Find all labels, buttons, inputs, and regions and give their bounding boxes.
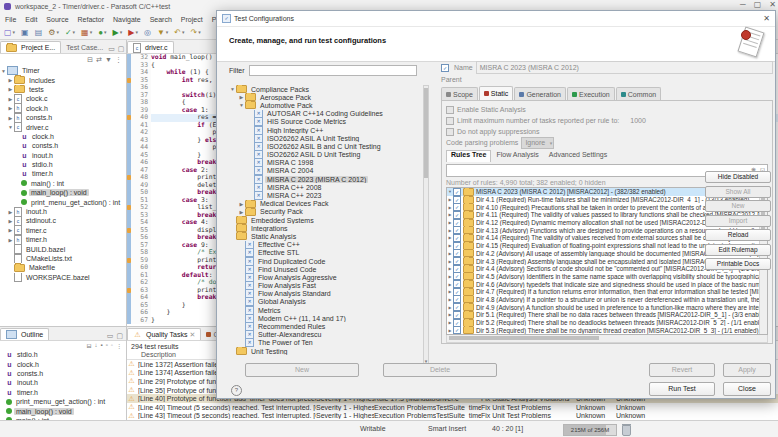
import-button[interactable]: Import	[705, 215, 771, 227]
debug-icon[interactable]: ●▾	[98, 28, 106, 37]
project-tree-item[interactable]: main_loop() : void	[0, 188, 126, 197]
filter-icon[interactable]: ▼	[105, 56, 112, 64]
new-icon[interactable]: ▢▾	[4, 28, 15, 37]
project-tree-item[interactable]: uconsts.h	[0, 141, 126, 150]
project-tree-item[interactable]: BUILD.bazel	[0, 244, 126, 253]
view-menu-icon[interactable]: ⋮	[115, 56, 122, 64]
configuration-tree-scrollbar[interactable]: ▾	[423, 85, 429, 365]
configuration-tree-item[interactable]: Integrations	[229, 224, 429, 232]
project-tree-item[interactable]: ▼Timer	[0, 66, 126, 75]
rule-checkbox[interactable]: ✓	[453, 242, 461, 250]
view-menu-icon[interactable]: ⋮	[116, 342, 122, 349]
maximize-view-icon[interactable]: ▢	[116, 332, 123, 340]
configuration-tree-item[interactable]: ✕MISRA C 2004	[229, 167, 429, 175]
outline-item[interactable]: uclock.h	[0, 359, 126, 368]
revert-button[interactable]: Revert	[649, 363, 715, 377]
chevron-right-icon[interactable]: ▶	[7, 96, 14, 102]
save-icon[interactable]: ▣	[21, 28, 29, 37]
menu-refactor[interactable]: Refactor	[78, 16, 104, 23]
configuration-tree-item[interactable]: ▼Automotive Pack	[229, 101, 429, 109]
configuration-tree-item[interactable]: ✕ISO26262 ASIL D Unit Testing	[229, 151, 429, 159]
configuration-tree-item[interactable]: Embedded Systems	[229, 216, 429, 224]
apply-button[interactable]: Apply	[723, 363, 771, 377]
outline-item[interactable]: ustdio.h	[0, 350, 126, 359]
rule-checkbox[interactable]: ✓	[453, 188, 461, 196]
chevron-right-icon[interactable]: ▶	[7, 115, 14, 121]
delete-configuration-button[interactable]: Delete	[383, 363, 497, 377]
project-tree-item[interactable]: uinout.h	[0, 151, 126, 160]
project-tree-item[interactable]: ▶cstdinout.c	[0, 216, 126, 225]
menu-source[interactable]: Source	[46, 16, 68, 23]
help-icon[interactable]: ?	[231, 385, 242, 396]
rule-checkbox[interactable]: ✓	[453, 203, 461, 211]
annotation-icon[interactable]: ▼▾	[157, 28, 168, 37]
coverage-icon[interactable]: ▦▾	[81, 28, 92, 37]
rule-checkbox[interactable]: ✓	[453, 319, 461, 327]
tab-common[interactable]: Common	[616, 87, 661, 100]
chevron-right-icon[interactable]: ▶	[7, 227, 14, 233]
configuration-tree-item[interactable]: ✕Metrics	[229, 306, 429, 314]
subtab-flow-analysis[interactable]: Flow Analysis	[491, 150, 543, 162]
search-icon[interactable]: ◎	[144, 28, 151, 37]
project-tree-item[interactable]: ▶cclock.c	[0, 94, 126, 103]
tab-execution[interactable]: Execution	[567, 87, 615, 100]
configuration-tree-item[interactable]: ✕The Power of Ten	[229, 339, 429, 347]
project-tree-item[interactable]: main() : int	[0, 179, 126, 188]
rule-checkbox[interactable]: ✓	[453, 226, 461, 234]
name-value-field[interactable]: MISRA C 2023 (MISRA C 2012)	[476, 61, 773, 74]
enable-static-analysis-checkbox[interactable]	[446, 106, 454, 114]
configuration-tree-item[interactable]: ▶Aerospace Pack	[229, 93, 429, 101]
chevron-right-icon[interactable]: ▶	[238, 201, 245, 207]
run-test-button[interactable]: Run Test	[649, 382, 715, 396]
project-tree-item[interactable]: ▶ctimer.c	[0, 226, 126, 235]
rule-checkbox[interactable]: ✓	[453, 273, 461, 281]
tab-project-explorer[interactable]: Project E...	[0, 41, 61, 53]
chevron-down-icon[interactable]: ▼	[238, 102, 245, 108]
outline-item[interactable]: print_menu_get_action() : int	[0, 397, 126, 406]
configuration-tree-item[interactable]: ✕Recommended Rules	[229, 322, 429, 330]
task-row[interactable]: ⚠[Line 40] Timeout (5 seconds) reached. …	[127, 403, 778, 412]
chevron-right-icon[interactable]: ▶	[7, 105, 14, 111]
code-parsing-dropdown[interactable]: Ignore	[521, 137, 554, 149]
hide-non-public-icon[interactable]: ◦	[111, 342, 113, 349]
configuration-tree-item[interactable]: ✕Effective STL	[229, 249, 429, 257]
configuration-tree-item[interactable]: ✕Find Unused Code	[229, 265, 429, 273]
configuration-tree-item[interactable]: ✕Flow Analysis Standard	[229, 290, 429, 298]
project-tree-item[interactable]: ▶Includes	[0, 75, 126, 84]
limit-tasks-checkbox[interactable]	[446, 117, 454, 125]
rule-checkbox[interactable]: ✓	[453, 265, 461, 273]
project-tree-item[interactable]: ▶htimer.h	[0, 235, 126, 244]
rule-checkbox[interactable]: ✓	[453, 303, 461, 311]
tab-quality-tasks[interactable]: ⚠ Quality Tasks ✕	[127, 328, 201, 340]
configuration-tree-item[interactable]: ✕MISRA C 1998	[229, 159, 429, 167]
project-tree-item[interactable]: ▼cdriver.c	[0, 122, 126, 131]
rule-checkbox[interactable]: ✓	[453, 250, 461, 258]
project-tree-item[interactable]: utimer.h	[0, 169, 126, 178]
outline-item[interactable]: uinout.h	[0, 378, 126, 387]
new-configuration-button[interactable]: New	[245, 363, 359, 377]
configuration-tree-item[interactable]: ✕AUTOSAR C++14 Coding Guidelines	[229, 110, 429, 118]
rule-checkbox[interactable]: ✓	[453, 326, 461, 334]
configuration-tree-item[interactable]: ▼Compliance Packs	[229, 85, 429, 93]
rule-row[interactable]: ▶✓Dir 4.8 (Advisory) If a pointer to a s…	[447, 296, 767, 304]
hide-fields-icon[interactable]: ▪	[101, 342, 103, 349]
subtab-advanced-settings[interactable]: Advanced Settings	[544, 150, 612, 162]
chevron-right-icon[interactable]: ▶	[7, 86, 14, 92]
tab-generation[interactable]: Generation	[514, 87, 566, 100]
link-with-editor-icon[interactable]: ⇄	[96, 56, 102, 64]
edit-rulemap-button[interactable]: Edit Rulemap	[705, 244, 771, 256]
project-tree-item[interactable]: print_menu_get_action() : int	[0, 197, 126, 206]
minimize-icon[interactable]: ─	[740, 0, 746, 9]
build-icon[interactable]: ⚙▾	[48, 28, 59, 37]
task-row[interactable]: ⚠[Line 43] Timeout (5 seconds) reached. …	[127, 412, 778, 421]
configuration-tree-item[interactable]: ✕MISRA C++ 2008	[229, 183, 429, 191]
menu-navigate[interactable]: Navigate	[113, 16, 141, 23]
maximize-view-icon[interactable]: ▢	[118, 45, 125, 53]
project-tree-item[interactable]: ▶tests	[0, 85, 126, 94]
rule-row[interactable]: ▶✓Dir 5.1 (Required) There shall be no d…	[447, 311, 767, 319]
menu-edit[interactable]: Edit	[25, 16, 37, 23]
rule-checkbox[interactable]: ✓	[453, 296, 461, 304]
chevron-right-icon[interactable]: ▶	[7, 237, 14, 243]
minimize-view-icon[interactable]: ▭	[108, 45, 115, 53]
rule-row[interactable]: ▶✓Dir 4.7 (Required) If a function retur…	[447, 288, 767, 296]
